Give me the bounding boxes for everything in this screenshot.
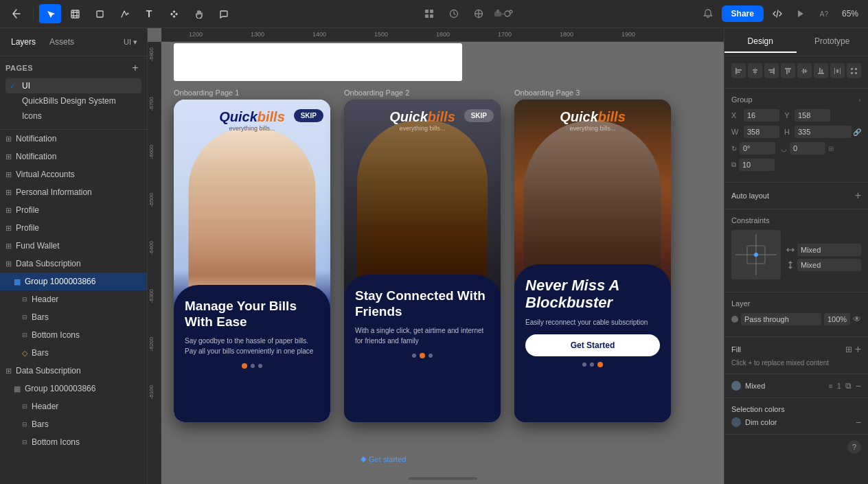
align-left-button[interactable]: [731, 63, 746, 78]
share-button[interactable]: Share: [722, 5, 764, 22]
layer-bars-1[interactable]: ⊟ Bars: [0, 308, 147, 326]
zoom-level-button[interactable]: 65%: [838, 6, 863, 21]
clip-input[interactable]: [739, 159, 775, 171]
notification-button[interactable]: [698, 4, 718, 23]
shape-tool-button[interactable]: [89, 4, 111, 23]
ruler-mark-1300: 1300: [251, 31, 264, 38]
layer-header-1[interactable]: ⊟ Header: [0, 290, 147, 308]
layer-bottom-icons-2[interactable]: ⊟ Bottom Icons: [0, 433, 147, 451]
add-page-button[interactable]: +: [129, 62, 141, 74]
constraint-v-row: MixedTopBottomCenterScale: [786, 259, 861, 271]
page-label-ui: UI: [22, 81, 30, 91]
fill-remove-button[interactable]: −: [856, 381, 861, 391]
constraints-box: [731, 230, 781, 279]
constraint-h-select[interactable]: MixedLeftRightCenterScale: [797, 244, 861, 256]
svg-rect-13: [735, 68, 737, 74]
select-tool-button[interactable]: [39, 4, 61, 23]
grid-view-button[interactable]: [420, 4, 439, 23]
layer-profile-1[interactable]: ⊞ Profile: [0, 201, 147, 219]
layer-notification-2[interactable]: ⊞ Notification: [0, 148, 147, 165]
text-tool-button[interactable]: T: [138, 4, 160, 23]
rotation-input[interactable]: [740, 142, 775, 154]
distribute-h-button[interactable]: [830, 63, 845, 78]
layer-virtual-accounts[interactable]: ⊞ Virtual Accounts: [0, 165, 147, 183]
back-button[interactable]: [5, 4, 27, 23]
component-tool-button[interactable]: [163, 4, 185, 23]
tab-layers[interactable]: Layers: [5, 34, 41, 49]
opacity-input[interactable]: [824, 313, 850, 325]
frame-tool-button[interactable]: [64, 4, 86, 23]
plugin-button[interactable]: [494, 4, 513, 23]
layer-bars-2[interactable]: ⊟ Bars: [0, 415, 147, 433]
layer-data-subscription-1[interactable]: ⊞ Data Subscription: [0, 255, 147, 273]
canvas[interactable]: 1200 1300 1400 1500 1600 1700 1800 1900 …: [148, 28, 724, 484]
align-bottom-button[interactable]: [814, 63, 828, 78]
layer-group-1000003866-2[interactable]: ▦ Group 1000003866: [0, 380, 147, 397]
mobile-card-3[interactable]: Quickbills everything bills... Never Mis…: [514, 100, 671, 422]
layer-group-1000003866[interactable]: ▦ Group 1000003866: [0, 273, 147, 290]
frames-container: Onboarding Page 1 Quickbills everything …: [174, 89, 671, 422]
dim-color-row: Dim color −: [731, 417, 861, 427]
fill-grid-button[interactable]: ⊞: [845, 344, 852, 355]
mobile-card-1[interactable]: Quickbills everything bills... SKIP Mana…: [174, 100, 330, 422]
page-item-ui[interactable]: ✓ UI: [5, 78, 141, 93]
h-input[interactable]: [795, 126, 852, 138]
comment-tool-button[interactable]: [212, 4, 234, 23]
auto-layout-label: Auto layout: [731, 192, 769, 200]
layer-profile-2[interactable]: ⊞ Profile: [0, 219, 147, 237]
blend-mode-select[interactable]: Pass throughNormalMultiplyScreen: [741, 313, 821, 325]
visibility-button[interactable]: 👁: [853, 314, 861, 324]
theme-button[interactable]: [469, 4, 488, 23]
mobile-card-2[interactable]: Quickbills everything bills... SKIP Stay…: [344, 100, 501, 422]
card1-skip-btn[interactable]: SKIP: [294, 109, 323, 122]
svg-rect-1: [97, 11, 103, 17]
dim-color-remove-button[interactable]: −: [856, 417, 861, 427]
page-item-quickbills[interactable]: ✓ QuickBills Design System: [5, 93, 141, 108]
layer-personal-info[interactable]: ⊞ Personal Information: [0, 183, 147, 201]
tab-prototype[interactable]: Prototype: [797, 31, 869, 53]
fill-add-button[interactable]: +: [855, 344, 861, 355]
layer-bottom-icons-1[interactable]: ⊟ Bottom Icons: [0, 326, 147, 344]
tab-design[interactable]: Design: [724, 31, 797, 53]
add-auto-layout-button[interactable]: +: [855, 189, 861, 202]
fill-value-row: Mixed ≡ 1 ⧉ −: [731, 381, 861, 391]
pen-tool-button[interactable]: [113, 4, 135, 23]
hand-tool-button[interactable]: [187, 4, 209, 23]
selection-colors-title: Selection colors: [731, 405, 861, 413]
align-right-button[interactable]: [764, 63, 779, 78]
community-button[interactable]: [444, 4, 464, 23]
fill-copy-button[interactable]: ⧉: [845, 381, 852, 391]
ui-selector-button[interactable]: UI ▾: [119, 36, 141, 49]
constraint-v-select[interactable]: MixedTopBottomCenterScale: [797, 259, 861, 271]
w-input[interactable]: [744, 126, 779, 138]
x-input[interactable]: [744, 109, 779, 122]
preview-button[interactable]: A?: [814, 4, 834, 23]
tab-assets[interactable]: Assets: [44, 34, 80, 49]
page-label-icons: Icons: [22, 111, 42, 121]
canvas-scrollbar[interactable]: [409, 477, 477, 480]
layer-notification-1[interactable]: ⊞ Notification: [0, 130, 147, 148]
card2-title: Stay Connected With Friends: [355, 288, 490, 320]
align-center-v-button[interactable]: [797, 63, 812, 78]
align-top-button[interactable]: [781, 63, 795, 78]
canvas-area[interactable]: Onboarding Page 1 Quickbills everything …: [161, 42, 724, 484]
corner-input[interactable]: [790, 142, 825, 154]
layer-bars-orange[interactable]: ◇ Bars: [0, 344, 147, 362]
help-button[interactable]: ?: [847, 440, 861, 454]
clip-row: ⧉: [731, 159, 861, 171]
lock-ratio-button[interactable]: 🔗: [853, 128, 861, 136]
layer-header-2[interactable]: ⊟ Header: [0, 397, 147, 415]
code-button[interactable]: [768, 4, 787, 23]
card2-skip-btn[interactable]: SKIP: [464, 109, 494, 122]
y-label: Y: [782, 111, 792, 119]
layer-fund-wallet[interactable]: ⊞ Fund Wallet: [0, 237, 147, 255]
play-button[interactable]: [791, 4, 810, 23]
align-center-h-button[interactable]: [748, 63, 762, 78]
tidy-up-button[interactable]: [847, 63, 861, 78]
card3-get-started-btn[interactable]: Get Started: [525, 334, 660, 356]
layer-label: Notification: [16, 134, 141, 143]
page-item-icons[interactable]: ✓ Icons: [5, 108, 141, 124]
corner-expand-button[interactable]: ⊞: [828, 145, 834, 152]
layer-data-subscription-2[interactable]: ⊞ Data Subscription: [0, 362, 147, 380]
y-input[interactable]: [795, 109, 830, 122]
